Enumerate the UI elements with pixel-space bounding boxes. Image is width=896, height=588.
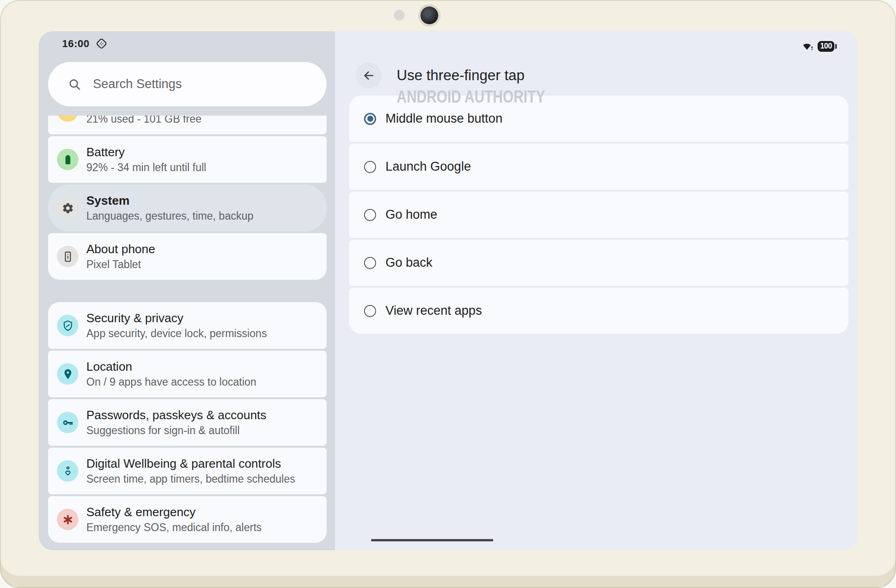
battery-icon (57, 149, 78, 170)
page-title: Use three-finger tap (397, 66, 525, 85)
option-label: View recent apps (385, 304, 482, 318)
gear-icon (57, 197, 78, 219)
option-view-recent-apps[interactable]: View recent apps (349, 288, 848, 334)
sidebar-item-subtitle: Pixel Tablet (86, 258, 155, 271)
radio-unselected-icon[interactable] (364, 305, 376, 317)
sidebar-item-subtitle: Screen time, app timers, bedtime schedul… (86, 472, 295, 486)
sidebar-item-subtitle: 92% - 34 min left until full (86, 161, 206, 174)
option-go-home[interactable]: Go home (349, 192, 848, 238)
sidebar-item-storage[interactable]: 21% used - 101 GB free (48, 116, 327, 134)
smartphone-icon (57, 246, 78, 267)
sidebar-item-title: Safety & emergency (86, 505, 262, 520)
storage-icon (57, 116, 78, 122)
settings-list: 21% used - 101 GB freeBattery92% - 34 mi… (48, 116, 327, 550)
sidebar-item-title: About phone (86, 242, 155, 257)
wifi-icon (802, 41, 813, 52)
option-go-back[interactable]: Go back (349, 240, 848, 286)
sidebar-item-text: Battery92% - 34 min left until full (86, 145, 206, 174)
sidebar-item-safety-emergency[interactable]: Safety & emergencyEmergency SOS, medical… (48, 496, 327, 543)
sidebar-item-subtitle: App security, device lock, permissions (86, 327, 267, 340)
ambient-sensor-dot (394, 10, 405, 21)
sidebar-item-text: LocationOn / 9 apps have access to locat… (86, 359, 256, 389)
search-settings-input[interactable]: Search Settings (48, 62, 327, 106)
sidebar-item-title: Security & privacy (86, 311, 267, 326)
battery-indicator: 100 (818, 41, 834, 52)
radio-selected-icon[interactable] (364, 113, 376, 125)
radio-unselected-icon[interactable] (364, 209, 376, 221)
sidebar-item-text: 21% used - 101 GB free (86, 116, 202, 126)
option-label: Launch Google (385, 159, 471, 174)
sidebar-item-wellbeing[interactable]: Digital Wellbeing & parental controlsScr… (48, 448, 327, 494)
sidebar-item-passwords[interactable]: Passwords, passkeys & accountsSuggestion… (48, 399, 327, 446)
sidebar-item-security-privacy[interactable]: Security & privacyApp security, device l… (48, 302, 327, 349)
status-bar-right: 100 (802, 41, 834, 52)
sidebar-item-text: Safety & emergencyEmergency SOS, medical… (86, 505, 262, 534)
sidebar-item-title: Digital Wellbeing & parental controls (86, 456, 295, 471)
search-placeholder: Search Settings (93, 77, 182, 91)
radio-unselected-icon[interactable] (364, 257, 376, 269)
option-label: Go home (385, 208, 437, 222)
sidebar-item-text: SystemLanguages, gestures, time, backup (86, 193, 253, 223)
sidebar-item-title: System (86, 193, 253, 208)
asterisk-icon (57, 509, 78, 530)
location-pin-icon (57, 363, 78, 385)
status-time: 16:00 (62, 38, 90, 50)
sidebar-item-subtitle: Languages, gestures, time, backup (86, 209, 253, 223)
sidebar-item-text: Security & privacyApp security, device l… (86, 311, 267, 340)
sidebar-item-subtitle: 21% used - 101 GB free (86, 116, 202, 126)
gesture-navigation-bar[interactable] (371, 539, 493, 541)
sidebar-item-location[interactable]: LocationOn / 9 apps have access to locat… (48, 351, 327, 397)
sidebar-item-text: Digital Wellbeing & parental controlsScr… (86, 456, 295, 486)
search-icon (68, 77, 82, 91)
wellbeing-icon (57, 460, 78, 482)
status-bar-left: 16:00 (62, 37, 108, 50)
sidebar-item-about-phone[interactable]: About phonePixel Tablet (48, 233, 327, 280)
sidebar-item-system[interactable]: SystemLanguages, gestures, time, backup (48, 185, 327, 231)
three-finger-tap-options: Middle mouse buttonLaunch GoogleGo homeG… (349, 96, 848, 334)
option-middle-mouse-button[interactable]: Middle mouse button (349, 96, 848, 142)
sidebar-item-text: Passwords, passkeys & accountsSuggestion… (86, 408, 266, 437)
screensaver-icon (95, 37, 108, 50)
option-launch-google[interactable]: Launch Google (349, 144, 848, 190)
shield-icon (57, 315, 78, 336)
radio-unselected-icon[interactable] (364, 161, 376, 173)
key-icon (57, 412, 78, 433)
back-button[interactable] (356, 62, 382, 89)
sidebar-item-subtitle: On / 9 apps have access to location (86, 375, 256, 389)
sidebar-item-title: Location (86, 359, 256, 374)
option-label: Middle mouse button (385, 111, 503, 126)
sidebar-item-battery[interactable]: Battery92% - 34 min left until full (48, 136, 327, 183)
screen: 16:00 Search Settin (39, 31, 858, 550)
sidebar-item-text: About phonePixel Tablet (86, 242, 155, 271)
sidebar-item-title: Passwords, passkeys & accounts (86, 408, 266, 423)
sidebar-item-title: Battery (86, 145, 206, 160)
sidebar-item-subtitle: Suggestions for sign-in & autofill (86, 424, 266, 437)
detail-pane: 100 Use three-finger tap ANDROID AUTHORI… (335, 31, 858, 550)
option-label: Go back (385, 256, 433, 270)
sidebar-item-subtitle: Emergency SOS, medical info, alerts (86, 521, 262, 534)
front-camera (420, 7, 438, 24)
settings-sidebar: 16:00 Search Settin (39, 31, 335, 550)
back-arrow-icon (362, 69, 375, 82)
tablet-device-frame: 16:00 Search Settin (0, 0, 896, 588)
